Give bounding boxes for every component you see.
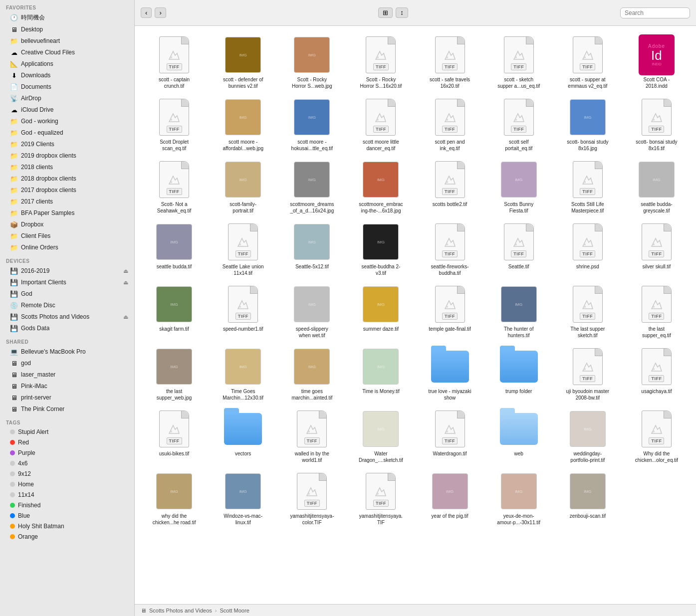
sidebar-item-2018dropbox[interactable]: 📁 2018 dropbox clients xyxy=(2,173,132,184)
file-item[interactable]: TIFF speed-number1.tif xyxy=(210,281,276,342)
sidebar-item-god-working[interactable]: 📁 God - working xyxy=(2,116,132,127)
file-item[interactable]: Adobe Id INDD Scott COA - 2018.indd xyxy=(623,32,690,92)
file-item[interactable]: IMG scott-family-portrait.tif xyxy=(210,157,276,217)
file-item[interactable]: TIFF Seattle.tif xyxy=(485,219,552,279)
sidebar-item-2016-2019[interactable]: 💾 2016-2019 ⏏ xyxy=(2,265,132,276)
file-item[interactable]: IMG Time Goes Marchin...12x30.tif xyxy=(210,344,276,404)
back-button[interactable]: ‹ xyxy=(141,7,152,18)
forward-button[interactable]: › xyxy=(155,7,166,18)
file-item[interactable]: TIFF Scott - Rocky Horror S...16x20.tif xyxy=(347,32,414,92)
file-item[interactable]: TIFF scott- bonsai study 8x16.tif xyxy=(623,94,690,155)
file-item[interactable]: IMG time goes marchin...ainted.tif xyxy=(278,344,345,404)
file-item[interactable]: TIFF The last supper sketch.tif xyxy=(554,281,621,342)
sidebar-item-the-pink-corner[interactable]: 🖥 The Pink Corner xyxy=(2,404,132,414)
sidebar-tag-4x6[interactable]: 4x6 xyxy=(2,458,132,468)
sidebar-tag-purple[interactable]: Purple xyxy=(2,448,132,458)
sidebar-item-creative-cloud[interactable]: ☁ Creative Cloud Files xyxy=(2,47,132,58)
sidebar-item-remote-disc[interactable]: 💿 Remote Disc xyxy=(2,300,132,311)
file-item[interactable]: TIFF scott - supper at emmaus v2_eq.tif xyxy=(554,32,621,92)
sidebar-tag-holy-shit-batman[interactable]: Holy Shit Batman xyxy=(2,521,132,531)
file-item[interactable]: TIFF yamashitjitensyaya-color.TIF xyxy=(278,468,345,529)
file-item[interactable]: TIFF temple gate-final.tif xyxy=(417,281,483,342)
sidebar-item-god-equalized[interactable]: 📁 God - equalized xyxy=(2,127,132,138)
file-item[interactable]: IMG scott moore - hokusai...ttle_eq.tif xyxy=(278,94,345,155)
sidebar-tag-blue[interactable]: Blue xyxy=(2,511,132,521)
sort-button[interactable]: ↕ xyxy=(396,7,408,18)
file-item[interactable]: IMG scottmoore_dreams_of_a_d...16x24.jpg xyxy=(278,157,345,217)
search-input[interactable] xyxy=(620,7,690,18)
sidebar-item-dropbox[interactable]: 📦 Dropbox xyxy=(2,219,132,230)
sidebar-tag-11x14[interactable]: 11x14 xyxy=(2,490,132,500)
sidebar-tag-finished[interactable]: Finished xyxy=(2,500,132,510)
file-item[interactable]: TIFF Scott Droplet scan_eq.tif xyxy=(141,94,208,155)
file-item[interactable]: TIFF uji byoudoin master 2008-bw.tif xyxy=(554,344,621,404)
eject-icon-scotts-photos[interactable]: ⏏ xyxy=(123,314,128,320)
file-item[interactable]: trump folder xyxy=(485,344,552,404)
sidebar-item-desktop[interactable]: 🖥 Desktop xyxy=(2,24,132,35)
view-toggle[interactable]: ⊞ xyxy=(378,7,393,18)
sidebar-item-onlineorders[interactable]: 📁 Online Orders xyxy=(2,242,132,253)
file-item[interactable]: IMG seattle-buddha 2-v3.tif xyxy=(347,219,414,279)
file-item[interactable]: vectors xyxy=(210,406,276,466)
file-item[interactable]: IMG Scotts Bunny Fiesta.tif xyxy=(485,157,552,217)
file-item[interactable]: TIFF silver skull.tif xyxy=(623,219,690,279)
sidebar-item-2017dropbox[interactable]: 📁 2017 dropbox clients xyxy=(2,185,132,196)
file-item[interactable]: true love - miyazaki show xyxy=(417,344,483,404)
sidebar-item-laser-master[interactable]: 🖥 laser_master xyxy=(2,369,132,380)
file-item[interactable]: IMG seattle budda-greyscale.tif xyxy=(623,157,690,217)
sidebar-item-clientfiles[interactable]: 📁 Client Files xyxy=(2,230,132,241)
sidebar-item-2018clients[interactable]: 📁 2018 clients xyxy=(2,162,132,173)
sidebar-item-jikankan[interactable]: 🕐 時間機会 xyxy=(2,12,132,23)
file-item[interactable]: TIFF usuki-bikes.tif xyxy=(141,406,208,466)
sidebar-tag-stupid-alert[interactable]: Stupid Alert xyxy=(2,427,132,437)
file-item[interactable]: IMG year of the pig.tif xyxy=(417,468,483,529)
sidebar-item-god-shared[interactable]: 🖥 god xyxy=(2,358,132,369)
file-item[interactable]: IMG summer daze.tif xyxy=(347,281,414,342)
file-item[interactable]: IMG skagit farm.tif xyxy=(141,281,208,342)
eject-icon-important-clients[interactable]: ⏏ xyxy=(123,279,128,286)
file-item[interactable]: TIFF seattle-fireworks-buddha.tif xyxy=(417,219,483,279)
file-item[interactable]: TIFF scott - safe travels 16x20.tif xyxy=(417,32,483,92)
sidebar-item-bellevue-macbook[interactable]: 💻 Bellevue's MacBook Pro xyxy=(2,346,132,357)
file-item[interactable]: IMG speed-slippery when wet.tif xyxy=(278,281,345,342)
sidebar-tag-orange[interactable]: Orange xyxy=(2,532,132,542)
file-item[interactable]: IMG Windoze-vs-mac-linux.tif xyxy=(210,468,276,529)
sidebar-item-2019clients[interactable]: 📁 2019 Clients xyxy=(2,139,132,150)
sidebar-item-pink-imac[interactable]: 🖥 Pink-iMac xyxy=(2,381,132,392)
sidebar-tag-home[interactable]: Home xyxy=(2,479,132,489)
file-item[interactable]: TIFF yamashitjitensyaya.TIF xyxy=(347,468,414,529)
sidebar-item-important-clients[interactable]: 💾 Important Clients ⏏ xyxy=(2,277,132,288)
file-item[interactable]: TIFF scott moore little dancer_eq.tif xyxy=(347,94,414,155)
sidebar-item-gods-data[interactable]: 💾 Gods Data xyxy=(2,323,132,334)
file-item[interactable]: TIFF usagichaya.tif xyxy=(623,344,690,404)
file-item[interactable]: IMG the last supper_web.jpg xyxy=(141,344,208,404)
file-item[interactable]: IMG zenbouji-scan.tif xyxy=(554,468,621,529)
file-item[interactable]: IMG scott- bonsai study 8x16.jpg xyxy=(554,94,621,155)
file-item[interactable]: TIFF Waterdragon.tif xyxy=(417,406,483,466)
file-item[interactable]: IMG seattle budda.tif xyxy=(141,219,208,279)
file-item[interactable]: web xyxy=(485,406,552,466)
sidebar-tag-red[interactable]: Red xyxy=(2,437,132,447)
file-item[interactable]: IMG Water Dragon_....sketch.tif xyxy=(347,406,414,466)
file-item[interactable]: IMG Scott - Rocky Horror S...web.jpg xyxy=(278,32,345,92)
file-item[interactable]: TIFF scott pen and ink_eq.tif xyxy=(417,94,483,155)
eject-icon-2016-2019[interactable]: ⏏ xyxy=(123,268,128,274)
file-item[interactable]: IMG scottmoore_embracing-the-...6x18.jpg xyxy=(347,157,414,217)
sidebar-item-downloads[interactable]: ⬇ Downloads xyxy=(2,70,132,81)
file-item[interactable]: IMG The hunter of hunters.tif xyxy=(485,281,552,342)
file-item[interactable]: TIFF scott self portait_eq.tif xyxy=(485,94,552,155)
sidebar-item-bfa[interactable]: 📁 BFA Paper Samples xyxy=(2,207,132,218)
file-item[interactable]: IMG Time is Money.tif xyxy=(347,344,414,404)
file-item[interactable]: TIFF scott - sketch supper a...us_eq.tif xyxy=(485,32,552,92)
sidebar-item-2017clients[interactable]: 📁 2017 clients xyxy=(2,196,132,207)
file-item[interactable]: TIFF shrine.psd xyxy=(554,219,621,279)
file-item[interactable]: TIFF Why did the chicken...olor_eq.tif xyxy=(623,406,690,466)
sidebar-item-airdrop[interactable]: 📡 AirDrop xyxy=(2,93,132,104)
file-item[interactable]: IMG scott - defender of bunnies v2.tif xyxy=(210,32,276,92)
file-item[interactable]: IMG Seattle-5x12.tif xyxy=(278,219,345,279)
sidebar-item-icloud[interactable]: ☁ iCloud Drive xyxy=(2,104,132,115)
sidebar-item-applications[interactable]: 📐 Applications xyxy=(2,58,132,69)
file-item[interactable]: TIFF the last supper_eq.tif xyxy=(623,281,690,342)
file-item[interactable]: TIFF scotts bottle2.tif xyxy=(417,157,483,217)
sidebar-item-scotts-photos[interactable]: 💾 Scotts Photos and Videos ⏏ xyxy=(2,311,132,322)
